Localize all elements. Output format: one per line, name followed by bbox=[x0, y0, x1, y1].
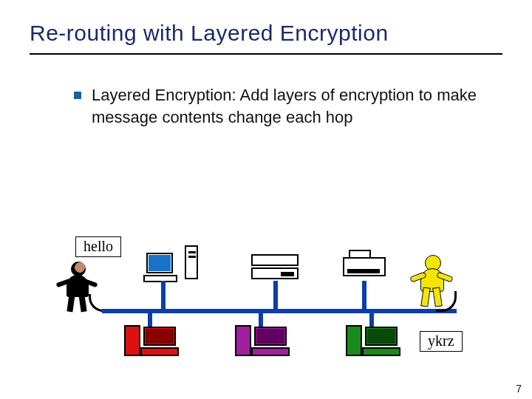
plaintext-label: hello bbox=[75, 236, 121, 257]
network-drop-icon bbox=[161, 281, 166, 312]
slide-title: Re-routing with Layered Encryption bbox=[30, 21, 502, 46]
slide: Re-routing with Layered Encryption Layer… bbox=[0, 0, 532, 399]
sender-person-icon bbox=[59, 262, 96, 313]
printer-icon bbox=[340, 250, 389, 279]
bullet-item: Layered Encryption: Add layers of encryp… bbox=[74, 84, 480, 128]
rack-server-top-icon bbox=[251, 254, 299, 266]
tower-pc-icon bbox=[185, 245, 198, 279]
ciphertext-label: ykrz bbox=[420, 331, 463, 352]
network-drop-icon bbox=[273, 281, 278, 312]
network-bus-icon bbox=[102, 309, 457, 313]
router-green-icon bbox=[346, 325, 400, 358]
router-purple-icon bbox=[235, 325, 290, 358]
router-red-icon bbox=[124, 325, 179, 358]
bullet-square-icon bbox=[74, 92, 81, 99]
network-drop-icon bbox=[362, 281, 366, 312]
network-diagram: hello bbox=[66, 236, 480, 362]
rack-server-icon bbox=[251, 267, 299, 279]
bullet-text: Layered Encryption: Add layers of encryp… bbox=[92, 84, 480, 128]
slide-body: Layered Encryption: Add layers of encryp… bbox=[30, 55, 502, 128]
page-number: 7 bbox=[516, 383, 522, 395]
